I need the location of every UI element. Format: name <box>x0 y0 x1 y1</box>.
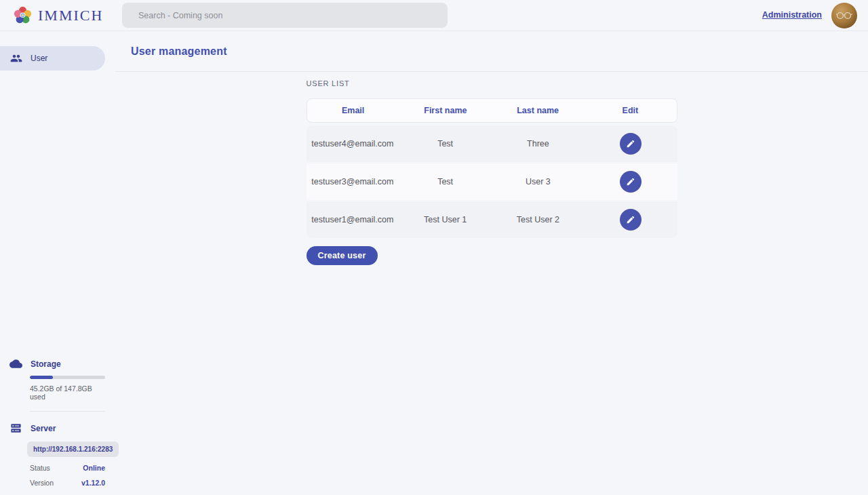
storage-progress-fill <box>30 376 53 379</box>
app-title: IMMICH <box>38 7 103 24</box>
server-version-value: v1.12.0 <box>81 479 105 487</box>
administration-link[interactable]: Administration <box>762 10 822 20</box>
user-avatar[interactable] <box>831 3 857 28</box>
users-icon <box>10 52 22 64</box>
create-user-button[interactable]: Create user <box>307 246 378 265</box>
user-first-name: Test <box>399 139 492 148</box>
cloud-icon <box>9 357 22 370</box>
pencil-icon <box>626 215 635 224</box>
column-header-edit: Edit <box>584 106 676 115</box>
search-input[interactable] <box>122 3 448 28</box>
user-last-name: User 3 <box>492 177 585 186</box>
pencil-icon <box>626 139 635 148</box>
sidebar-divider <box>30 411 105 412</box>
server-status-value: Online <box>83 464 105 472</box>
user-table-header: Email First name Last name Edit <box>307 98 677 123</box>
server-version-label: Version <box>30 479 54 487</box>
sidebar-item-label: User <box>31 54 47 63</box>
table-row: testuser1@email.com Test User 1 Test Use… <box>307 201 677 238</box>
table-row: testuser4@email.com Test Three <box>307 125 677 162</box>
user-email: testuser4@email.com <box>307 139 399 148</box>
column-header-first-name: First name <box>399 106 492 115</box>
user-table-body: testuser4@email.com Test Three testuser3… <box>307 125 677 238</box>
sidebar-item-user[interactable]: User <box>0 46 105 71</box>
user-email: testuser3@email.com <box>307 177 399 186</box>
storage-usage-text: 45.2GB of 147.8GB used <box>30 384 105 401</box>
page-title-bar: User management <box>115 31 868 72</box>
storage-progress-bar <box>30 376 105 379</box>
user-last-name: Three <box>492 139 585 148</box>
immich-flower-icon <box>14 6 32 24</box>
user-list-label: USER LIST <box>307 79 677 87</box>
app-header: IMMICH Administration <box>0 0 868 31</box>
server-status-label: Status <box>30 464 50 472</box>
user-first-name: Test <box>399 177 492 186</box>
edit-user-button[interactable] <box>620 133 642 155</box>
immich-logo[interactable]: IMMICH <box>14 6 103 24</box>
user-first-name: Test User 1 <box>399 215 492 224</box>
sidebar: User Storage 45.2GB of 147.8GB used <box>0 31 115 495</box>
server-title: Server <box>31 424 56 433</box>
edit-user-button[interactable] <box>620 171 642 193</box>
main-panel: User management USER LIST Email First na… <box>115 31 868 495</box>
page-title: User management <box>131 45 227 58</box>
user-last-name: Test User 2 <box>492 215 585 224</box>
table-row: testuser3@email.com Test User 3 <box>307 163 677 200</box>
edit-user-button[interactable] <box>620 209 642 231</box>
user-email: testuser1@email.com <box>307 215 399 224</box>
server-icon <box>9 422 22 435</box>
glasses-icon <box>836 12 852 20</box>
sidebar-status-panel: Storage 45.2GB of 147.8GB used <box>0 357 115 495</box>
column-header-email: Email <box>307 106 399 115</box>
server-url-chip: http://192.168.1.216:2283 <box>27 441 119 457</box>
column-header-last-name: Last name <box>492 106 584 115</box>
storage-title: Storage <box>31 359 61 369</box>
pencil-icon <box>626 177 635 186</box>
